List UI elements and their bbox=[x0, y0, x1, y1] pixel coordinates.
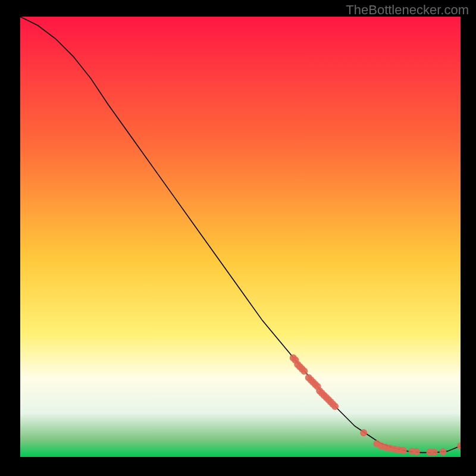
data-point bbox=[300, 368, 308, 375]
data-point bbox=[431, 449, 438, 456]
chart-svg bbox=[20, 17, 461, 457]
data-point bbox=[400, 447, 407, 454]
data-point bbox=[439, 448, 446, 455]
chart-container: TheBottlenecker.com bbox=[0, 0, 476, 476]
plot-area bbox=[20, 17, 461, 457]
data-point bbox=[331, 403, 339, 410]
data-point bbox=[413, 448, 420, 455]
chart-background bbox=[20, 17, 461, 457]
data-point bbox=[360, 429, 367, 436]
watermark-text: TheBottlenecker.com bbox=[346, 2, 469, 18]
